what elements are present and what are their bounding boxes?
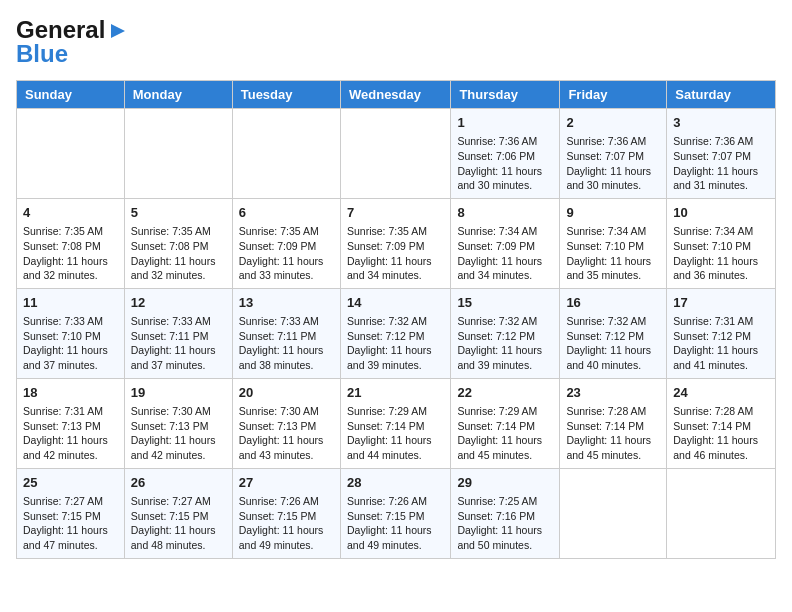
day-info: Sunrise: 7:36 AM Sunset: 7:07 PM Dayligh… <box>673 134 769 193</box>
day-info: Sunrise: 7:26 AM Sunset: 7:15 PM Dayligh… <box>239 494 334 553</box>
day-info: Sunrise: 7:29 AM Sunset: 7:14 PM Dayligh… <box>457 404 553 463</box>
col-header-tuesday: Tuesday <box>232 81 340 109</box>
calendar-cell: 14Sunrise: 7:32 AM Sunset: 7:12 PM Dayli… <box>340 288 450 378</box>
calendar-cell: 6Sunrise: 7:35 AM Sunset: 7:09 PM Daylig… <box>232 198 340 288</box>
day-info: Sunrise: 7:32 AM Sunset: 7:12 PM Dayligh… <box>457 314 553 373</box>
calendar-cell <box>124 109 232 199</box>
day-number: 16 <box>566 294 660 312</box>
day-info: Sunrise: 7:34 AM Sunset: 7:09 PM Dayligh… <box>457 224 553 283</box>
day-number: 25 <box>23 474 118 492</box>
day-number: 10 <box>673 204 769 222</box>
logo-blue: Blue <box>16 40 68 68</box>
day-info: Sunrise: 7:30 AM Sunset: 7:13 PM Dayligh… <box>131 404 226 463</box>
day-info: Sunrise: 7:34 AM Sunset: 7:10 PM Dayligh… <box>566 224 660 283</box>
day-number: 28 <box>347 474 444 492</box>
day-info: Sunrise: 7:30 AM Sunset: 7:13 PM Dayligh… <box>239 404 334 463</box>
day-info: Sunrise: 7:35 AM Sunset: 7:08 PM Dayligh… <box>131 224 226 283</box>
calendar-cell: 1Sunrise: 7:36 AM Sunset: 7:06 PM Daylig… <box>451 109 560 199</box>
day-info: Sunrise: 7:28 AM Sunset: 7:14 PM Dayligh… <box>673 404 769 463</box>
calendar-week-row: 18Sunrise: 7:31 AM Sunset: 7:13 PM Dayli… <box>17 378 776 468</box>
calendar-cell: 23Sunrise: 7:28 AM Sunset: 7:14 PM Dayli… <box>560 378 667 468</box>
calendar-cell: 3Sunrise: 7:36 AM Sunset: 7:07 PM Daylig… <box>667 109 776 199</box>
day-number: 8 <box>457 204 553 222</box>
calendar-cell: 7Sunrise: 7:35 AM Sunset: 7:09 PM Daylig… <box>340 198 450 288</box>
day-info: Sunrise: 7:32 AM Sunset: 7:12 PM Dayligh… <box>566 314 660 373</box>
calendar-cell: 12Sunrise: 7:33 AM Sunset: 7:11 PM Dayli… <box>124 288 232 378</box>
calendar-cell: 17Sunrise: 7:31 AM Sunset: 7:12 PM Dayli… <box>667 288 776 378</box>
calendar-cell: 13Sunrise: 7:33 AM Sunset: 7:11 PM Dayli… <box>232 288 340 378</box>
calendar-cell: 15Sunrise: 7:32 AM Sunset: 7:12 PM Dayli… <box>451 288 560 378</box>
logo-arrow-icon <box>107 20 129 42</box>
day-info: Sunrise: 7:34 AM Sunset: 7:10 PM Dayligh… <box>673 224 769 283</box>
day-number: 9 <box>566 204 660 222</box>
calendar-cell: 27Sunrise: 7:26 AM Sunset: 7:15 PM Dayli… <box>232 468 340 558</box>
calendar-cell: 8Sunrise: 7:34 AM Sunset: 7:09 PM Daylig… <box>451 198 560 288</box>
day-info: Sunrise: 7:35 AM Sunset: 7:09 PM Dayligh… <box>347 224 444 283</box>
svg-marker-0 <box>111 24 125 38</box>
calendar-week-row: 11Sunrise: 7:33 AM Sunset: 7:10 PM Dayli… <box>17 288 776 378</box>
calendar-cell: 19Sunrise: 7:30 AM Sunset: 7:13 PM Dayli… <box>124 378 232 468</box>
day-number: 3 <box>673 114 769 132</box>
day-number: 2 <box>566 114 660 132</box>
calendar-cell: 9Sunrise: 7:34 AM Sunset: 7:10 PM Daylig… <box>560 198 667 288</box>
day-number: 24 <box>673 384 769 402</box>
calendar-cell: 26Sunrise: 7:27 AM Sunset: 7:15 PM Dayli… <box>124 468 232 558</box>
day-info: Sunrise: 7:33 AM Sunset: 7:11 PM Dayligh… <box>131 314 226 373</box>
calendar-cell: 28Sunrise: 7:26 AM Sunset: 7:15 PM Dayli… <box>340 468 450 558</box>
calendar-cell: 24Sunrise: 7:28 AM Sunset: 7:14 PM Dayli… <box>667 378 776 468</box>
day-number: 15 <box>457 294 553 312</box>
day-info: Sunrise: 7:32 AM Sunset: 7:12 PM Dayligh… <box>347 314 444 373</box>
day-info: Sunrise: 7:26 AM Sunset: 7:15 PM Dayligh… <box>347 494 444 553</box>
calendar-cell: 4Sunrise: 7:35 AM Sunset: 7:08 PM Daylig… <box>17 198 125 288</box>
day-number: 27 <box>239 474 334 492</box>
calendar-cell: 20Sunrise: 7:30 AM Sunset: 7:13 PM Dayli… <box>232 378 340 468</box>
calendar-cell <box>232 109 340 199</box>
day-number: 7 <box>347 204 444 222</box>
calendar-cell: 22Sunrise: 7:29 AM Sunset: 7:14 PM Dayli… <box>451 378 560 468</box>
calendar-cell <box>17 109 125 199</box>
day-info: Sunrise: 7:28 AM Sunset: 7:14 PM Dayligh… <box>566 404 660 463</box>
day-number: 13 <box>239 294 334 312</box>
calendar-week-row: 25Sunrise: 7:27 AM Sunset: 7:15 PM Dayli… <box>17 468 776 558</box>
calendar-cell: 11Sunrise: 7:33 AM Sunset: 7:10 PM Dayli… <box>17 288 125 378</box>
calendar-cell: 18Sunrise: 7:31 AM Sunset: 7:13 PM Dayli… <box>17 378 125 468</box>
day-info: Sunrise: 7:31 AM Sunset: 7:13 PM Dayligh… <box>23 404 118 463</box>
calendar-cell: 21Sunrise: 7:29 AM Sunset: 7:14 PM Dayli… <box>340 378 450 468</box>
day-number: 12 <box>131 294 226 312</box>
calendar-cell: 2Sunrise: 7:36 AM Sunset: 7:07 PM Daylig… <box>560 109 667 199</box>
day-number: 6 <box>239 204 334 222</box>
calendar-header-row: SundayMondayTuesdayWednesdayThursdayFrid… <box>17 81 776 109</box>
calendar-cell: 25Sunrise: 7:27 AM Sunset: 7:15 PM Dayli… <box>17 468 125 558</box>
calendar-cell: 5Sunrise: 7:35 AM Sunset: 7:08 PM Daylig… <box>124 198 232 288</box>
day-info: Sunrise: 7:27 AM Sunset: 7:15 PM Dayligh… <box>131 494 226 553</box>
col-header-monday: Monday <box>124 81 232 109</box>
col-header-thursday: Thursday <box>451 81 560 109</box>
day-number: 19 <box>131 384 226 402</box>
day-number: 4 <box>23 204 118 222</box>
calendar-cell <box>560 468 667 558</box>
day-number: 21 <box>347 384 444 402</box>
day-number: 5 <box>131 204 226 222</box>
day-number: 22 <box>457 384 553 402</box>
day-number: 18 <box>23 384 118 402</box>
day-info: Sunrise: 7:36 AM Sunset: 7:07 PM Dayligh… <box>566 134 660 193</box>
day-number: 17 <box>673 294 769 312</box>
day-info: Sunrise: 7:35 AM Sunset: 7:09 PM Dayligh… <box>239 224 334 283</box>
day-info: Sunrise: 7:31 AM Sunset: 7:12 PM Dayligh… <box>673 314 769 373</box>
day-info: Sunrise: 7:25 AM Sunset: 7:16 PM Dayligh… <box>457 494 553 553</box>
day-info: Sunrise: 7:33 AM Sunset: 7:11 PM Dayligh… <box>239 314 334 373</box>
day-number: 26 <box>131 474 226 492</box>
day-number: 14 <box>347 294 444 312</box>
day-number: 1 <box>457 114 553 132</box>
col-header-wednesday: Wednesday <box>340 81 450 109</box>
calendar-cell: 16Sunrise: 7:32 AM Sunset: 7:12 PM Dayli… <box>560 288 667 378</box>
day-info: Sunrise: 7:27 AM Sunset: 7:15 PM Dayligh… <box>23 494 118 553</box>
calendar-cell <box>667 468 776 558</box>
day-number: 20 <box>239 384 334 402</box>
col-header-sunday: Sunday <box>17 81 125 109</box>
calendar-cell <box>340 109 450 199</box>
col-header-saturday: Saturday <box>667 81 776 109</box>
day-info: Sunrise: 7:29 AM Sunset: 7:14 PM Dayligh… <box>347 404 444 463</box>
day-info: Sunrise: 7:35 AM Sunset: 7:08 PM Dayligh… <box>23 224 118 283</box>
day-number: 23 <box>566 384 660 402</box>
